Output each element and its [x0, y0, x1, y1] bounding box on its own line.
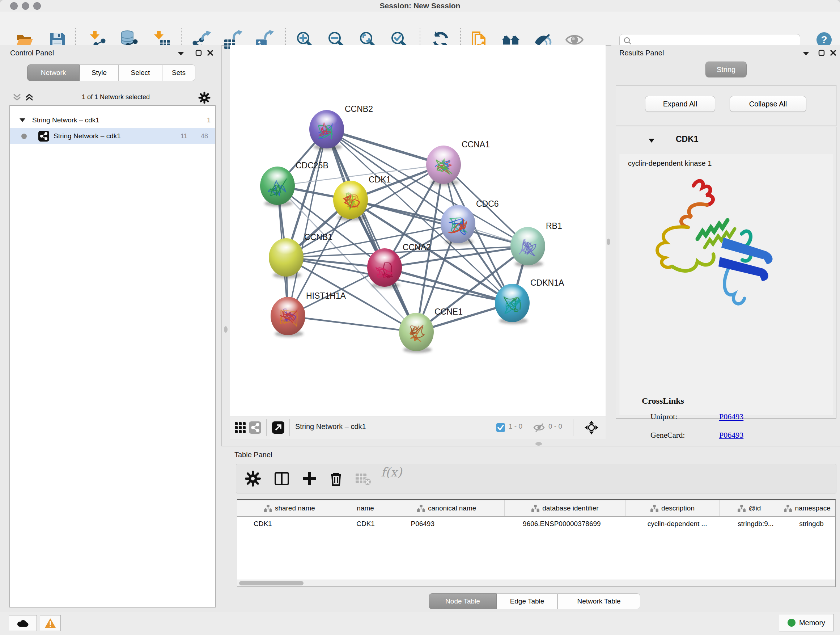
search-input[interactable]: [632, 36, 800, 45]
network-node-RB1[interactable]: RB1: [510, 221, 562, 267]
results-actions-box: Expand All Collapse All: [616, 85, 836, 126]
memory-button[interactable]: Memory: [779, 614, 834, 631]
horizontal-scrollbar[interactable]: [237, 580, 835, 586]
tab-network[interactable]: Network: [27, 65, 80, 81]
network-name: String Network – cdk1: [54, 132, 121, 140]
status-bar: Memory: [0, 612, 840, 635]
network-node-count: 11: [180, 133, 187, 140]
network-node-CDC6[interactable]: CDC6: [441, 199, 499, 245]
crosslink-label: Uniprot:: [651, 412, 677, 421]
vertical-splitter-handle[interactable]: [607, 239, 610, 245]
delete-column-icon[interactable]: [327, 470, 345, 487]
column-header-name[interactable]: name: [342, 500, 389, 516]
cell-name[interactable]: CDK1: [342, 516, 389, 531]
table-panel: Table Panel f(x) shared name name canoni…: [221, 446, 840, 612]
cell-canonical-name[interactable]: P06493: [389, 516, 505, 531]
tab-select[interactable]: Select: [118, 65, 162, 81]
float-panel-icon[interactable]: [818, 50, 825, 56]
collapse-all-tree-icon[interactable]: [12, 93, 22, 102]
cloud-button[interactable]: [9, 615, 37, 631]
network-view-toolbar: String Network – cdk1 1 - 0 0 - 0: [230, 416, 606, 439]
hidden-eye-icon[interactable]: [533, 423, 545, 432]
function-builder-icon[interactable]: f(x): [381, 465, 410, 482]
tab-string[interactable]: String: [706, 62, 747, 78]
column-header-id[interactable]: @id: [720, 500, 779, 516]
column-header-shared-name[interactable]: shared name: [237, 500, 342, 516]
tab-node-table[interactable]: Node Table: [429, 593, 497, 609]
entry-collapse-icon[interactable]: [648, 138, 655, 143]
cell-database-identifier[interactable]: 9606.ENSP00000378699: [505, 516, 626, 531]
node-label-CCNE1: CCNE1: [434, 307, 463, 317]
network-view-icon[interactable]: [249, 421, 261, 434]
warning-icon: [44, 618, 56, 628]
memory-status-dot: [788, 619, 796, 627]
crosslink-uniprot-link[interactable]: P06493: [719, 412, 744, 421]
collection-count: 1: [207, 117, 210, 124]
selected-checkbox-icon[interactable]: [496, 423, 505, 432]
protein-structure-image: [634, 173, 786, 310]
tab-network-table[interactable]: Network Table: [557, 593, 640, 609]
column-header-description[interactable]: description: [626, 500, 720, 516]
hierarchy-icon: [264, 504, 272, 512]
network-collection-row[interactable]: String Network – cdk1 1: [10, 112, 215, 128]
column-header-canonical-name[interactable]: canonical name: [389, 500, 505, 516]
vertical-splitter-handle[interactable]: [224, 326, 227, 333]
results-panel-title: Results Panel: [619, 49, 664, 57]
table-row[interactable]: CDK1 CDK1 P06493 9606.ENSP00000378699 cy…: [237, 516, 835, 531]
network-selection-status: 1 of 1 Network selected: [40, 93, 192, 101]
tab-sets[interactable]: Sets: [162, 65, 195, 81]
crosslinks-title: CrossLinks: [642, 396, 684, 406]
close-panel-icon[interactable]: [207, 50, 213, 56]
tab-edge-table[interactable]: Edge Table: [497, 593, 557, 609]
collapse-all-button[interactable]: Collapse All: [729, 96, 806, 112]
control-panel: Control Panel Network Style Select Sets …: [0, 45, 222, 612]
network-graph[interactable]: CCNB2CCNA1CDC25BCDK1CDC6RB1CCNB1CCNA2CDK…: [230, 45, 606, 416]
network-node-HIST1H1A[interactable]: HIST1H1A: [271, 291, 346, 337]
window-title: Session: New Session: [0, 2, 840, 10]
birdseye-view-icon[interactable]: [584, 421, 598, 434]
column-header-namespace[interactable]: namespace: [779, 500, 835, 516]
detach-view-icon[interactable]: [272, 421, 284, 434]
warnings-button[interactable]: [40, 615, 61, 631]
cell-description[interactable]: cyclin-dependent ...: [626, 516, 720, 531]
network-view-title: String Network – cdk1: [295, 423, 366, 431]
delete-table-icon[interactable]: [354, 470, 371, 487]
cell-namespace[interactable]: stringdb: [779, 516, 835, 531]
column-header-database-identifier[interactable]: database identifier: [505, 500, 626, 516]
title-bar: Session: New Session: [0, 0, 840, 12]
main-toolbar: ?: [0, 11, 840, 46]
table-settings-gear-icon[interactable]: [244, 470, 262, 487]
network-tree: String Network – cdk1 1 String Network –…: [9, 105, 216, 608]
entry-description: cyclin-dependent kinase 1: [628, 159, 712, 168]
panel-menu-icon[interactable]: [177, 51, 185, 56]
svg-text:?: ?: [821, 34, 827, 45]
expand-all-tree-icon[interactable]: [25, 93, 34, 102]
cell-shared-name[interactable]: CDK1: [237, 516, 342, 531]
create-column-icon[interactable]: [301, 470, 318, 487]
application-window: Session: New Session ? Control Panel: [0, 0, 840, 635]
float-panel-icon[interactable]: [195, 50, 202, 56]
network-row[interactable]: String Network – cdk1 11 48: [10, 128, 215, 144]
network-canvas[interactable]: CCNB2CCNA1CDC25BCDK1CDC6RB1CCNB1CCNA2CDK…: [230, 45, 606, 416]
node-label-CCNA1: CCNA1: [462, 140, 490, 149]
network-node-CDKN1A[interactable]: CDKN1A: [495, 278, 564, 324]
tab-style[interactable]: Style: [80, 65, 118, 81]
table-toolbar: f(x): [236, 464, 836, 494]
grid-view-icon[interactable]: [234, 422, 246, 433]
tree-expand-icon[interactable]: [19, 118, 26, 123]
node-label-CDC25B: CDC25B: [295, 161, 328, 170]
panel-menu-icon[interactable]: [802, 51, 810, 56]
close-panel-icon[interactable]: [830, 50, 836, 56]
horizontal-splitter-handle[interactable]: [535, 442, 542, 446]
crosslink-label: GeneCard:: [651, 431, 685, 440]
cell-id[interactable]: stringdb:9...: [720, 516, 779, 531]
show-columns-icon[interactable]: [273, 470, 291, 487]
expand-all-button[interactable]: Expand All: [645, 96, 715, 112]
network-node-CDK1[interactable]: CDK1: [333, 175, 391, 221]
scrollbar-thumb[interactable]: [239, 581, 303, 585]
toolbar-separator: [573, 419, 573, 436]
crosslink-genecard-link[interactable]: P06493: [719, 431, 744, 440]
entry-gene-name: CDK1: [676, 134, 699, 144]
gear-icon[interactable]: [198, 92, 210, 104]
collection-name: String Network – cdk1: [32, 116, 99, 124]
